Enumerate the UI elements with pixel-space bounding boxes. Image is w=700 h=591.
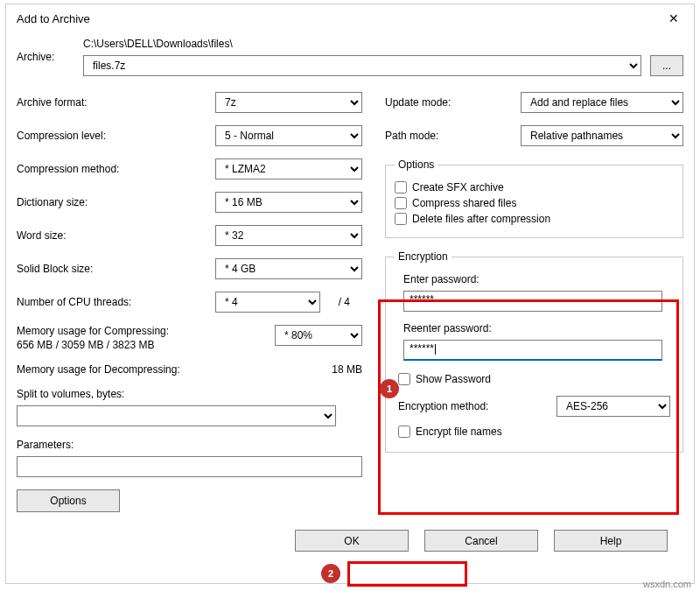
- annotation-frame-2: [347, 561, 467, 587]
- dialog-content: Archive: C:\Users\DELL\Downloads\files\ …: [6, 32, 694, 560]
- options-group: Options Create SFX archive Compress shar…: [385, 158, 683, 238]
- help-button[interactable]: Help: [554, 530, 668, 552]
- split-select[interactable]: [17, 405, 336, 426]
- delete-label: Delete files after compression: [412, 213, 550, 225]
- show-password-row[interactable]: Show Password: [398, 373, 670, 385]
- delete-checkbox[interactable]: [395, 213, 407, 225]
- close-icon[interactable]: ✕: [662, 10, 685, 27]
- shared-checkbox-row[interactable]: Compress shared files: [395, 197, 674, 209]
- archive-label: Archive:: [17, 51, 83, 63]
- reenter-password-input[interactable]: ******: [403, 340, 662, 361]
- encrypt-names-row[interactable]: Encrypt file names: [398, 426, 670, 438]
- show-password-label: Show Password: [416, 373, 491, 385]
- ok-button[interactable]: OK: [295, 530, 409, 552]
- delete-checkbox-row[interactable]: Delete files after compression: [395, 213, 674, 225]
- level-label: Compression level:: [17, 130, 187, 142]
- threads-label: Number of CPU threads:: [17, 296, 187, 308]
- block-select[interactable]: * 4 GB: [215, 258, 362, 279]
- reenter-password-label: Reenter password:: [403, 322, 670, 334]
- mem-decomp-label: Memory usage for Decompressing:: [17, 363, 244, 376]
- enc-method-select[interactable]: AES-256: [556, 396, 670, 417]
- word-select[interactable]: * 32: [215, 225, 362, 246]
- options-legend: Options: [395, 158, 438, 171]
- archive-path: C:\Users\DELL\Downloads\files\: [83, 38, 683, 50]
- shared-checkbox[interactable]: [395, 197, 407, 209]
- split-label: Split to volumes, bytes:: [17, 388, 362, 400]
- encryption-legend: Encryption: [395, 250, 452, 263]
- sfx-checkbox-row[interactable]: Create SFX archive: [395, 181, 674, 193]
- archive-name-input[interactable]: files.7z: [83, 55, 641, 76]
- options-button[interactable]: Options: [17, 489, 120, 512]
- threads-max: / 4: [326, 296, 350, 308]
- mem-comp-label: Memory usage for Compressing:: [17, 325, 169, 337]
- pathmode-label: Path mode:: [385, 130, 508, 142]
- update-select[interactable]: Add and replace files: [521, 92, 683, 113]
- watermark: wsxdn.com: [643, 579, 691, 589]
- mem-decomp-value: 18 MB: [275, 363, 362, 376]
- params-input[interactable]: [17, 456, 362, 477]
- mem-comp-pct-select[interactable]: * 80%: [275, 325, 362, 346]
- titlebar: Add to Archive ✕: [6, 4, 694, 32]
- level-select[interactable]: 5 - Normal: [215, 125, 362, 146]
- password-input[interactable]: ******: [403, 291, 662, 312]
- browse-button[interactable]: ...: [650, 55, 683, 76]
- enc-method-label: Encryption method:: [398, 400, 488, 412]
- add-to-archive-dialog: Add to Archive ✕ Archive: C:\Users\DELL\…: [5, 4, 695, 584]
- cancel-button[interactable]: Cancel: [424, 530, 538, 552]
- encrypt-names-checkbox[interactable]: [398, 426, 410, 438]
- method-select[interactable]: * LZMA2: [215, 158, 362, 179]
- mem-comp-detail: 656 MB / 3059 MB / 3823 MB: [17, 339, 169, 351]
- word-label: Word size:: [17, 229, 187, 242]
- annotation-badge-2: 2: [321, 564, 340, 583]
- format-select[interactable]: 7z: [215, 92, 362, 113]
- method-label: Compression method:: [17, 163, 187, 175]
- shared-label: Compress shared files: [412, 197, 516, 209]
- dict-label: Dictionary size:: [17, 196, 187, 208]
- right-column: Update mode: Add and replace files Path …: [385, 92, 683, 512]
- archive-row: Archive: C:\Users\DELL\Downloads\files\ …: [17, 38, 683, 76]
- left-column: Archive format: 7z Compression level: 5 …: [17, 92, 362, 512]
- encryption-group: Encryption Enter password: ****** Reente…: [385, 250, 683, 453]
- sfx-label: Create SFX archive: [412, 181, 504, 193]
- block-label: Solid Block size:: [17, 263, 187, 275]
- update-label: Update mode:: [385, 96, 508, 109]
- annotation-badge-1: 1: [380, 379, 399, 398]
- threads-select[interactable]: * 4: [215, 292, 320, 313]
- pathmode-select[interactable]: Relative pathnames: [521, 125, 683, 146]
- encrypt-names-label: Encrypt file names: [416, 426, 502, 438]
- dialog-buttons: OK Cancel Help: [17, 530, 683, 552]
- dialog-title: Add to Archive: [17, 12, 90, 25]
- enter-password-label: Enter password:: [403, 273, 670, 285]
- dict-select[interactable]: * 16 MB: [215, 192, 362, 213]
- text-caret: [435, 344, 436, 355]
- sfx-checkbox[interactable]: [395, 181, 407, 193]
- format-label: Archive format:: [17, 96, 187, 109]
- show-password-checkbox[interactable]: [398, 373, 410, 385]
- params-label: Parameters:: [17, 439, 362, 451]
